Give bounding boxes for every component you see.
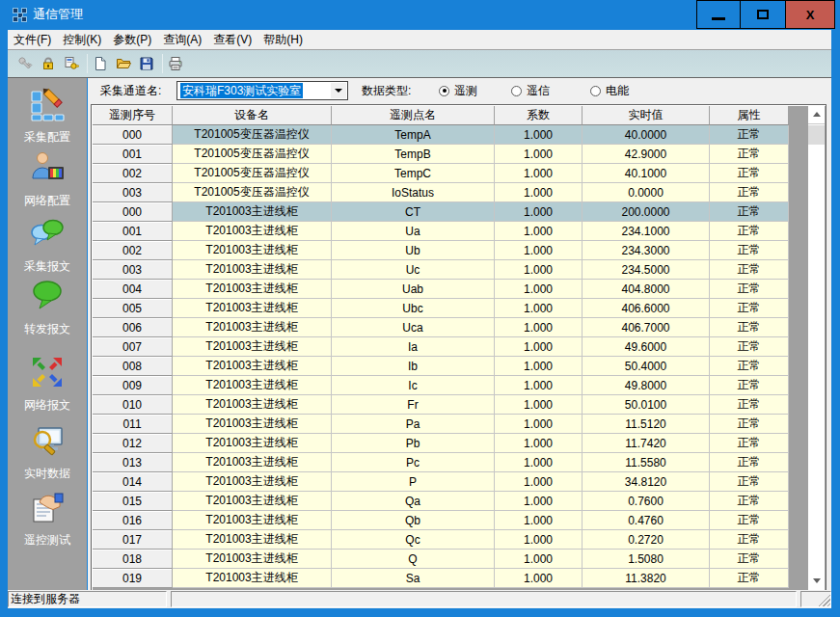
radio-circle[interactable]: [511, 86, 522, 96]
column-header-3[interactable]: 系数: [495, 106, 583, 125]
radio-电能[interactable]: 电能: [590, 78, 629, 103]
sidebar-item-0[interactable]: 采集配置: [8, 87, 87, 146]
cell-0-0: 000: [93, 125, 173, 145]
table-row-22[interactable]: 018T201003主进线柜Q1.0001.5080正常: [93, 550, 826, 569]
table-row-8[interactable]: 004T201003主进线柜Uab1.000404.8000正常: [93, 280, 826, 299]
radio-遥信[interactable]: 遥信: [511, 78, 550, 103]
table-row-17[interactable]: 013T201003主进线柜Pc1.00011.5580正常: [93, 453, 826, 472]
cell-3-4: 0.0000: [583, 183, 710, 202]
table-row-0[interactable]: 000T201005变压器温控仪TempA1.00040.0000正常: [93, 125, 826, 145]
cell-19-4: 0.7600: [583, 492, 710, 511]
menu-item-2[interactable]: 参数(P): [107, 30, 157, 49]
cell-9-0: 005: [93, 299, 173, 318]
print-icon[interactable]: [168, 56, 183, 71]
open-file-icon[interactable]: [116, 56, 131, 71]
table-row-3[interactable]: 003T201005变压器温控仪IoStatus1.0000.0000正常: [93, 183, 826, 202]
table-row-5[interactable]: 001T201003主进线柜Ua1.000234.1000正常: [93, 222, 826, 241]
column-header-1[interactable]: 设备名: [173, 106, 332, 125]
column-header-0[interactable]: 遥测序号: [93, 106, 173, 125]
cell-23-2: Sa: [332, 569, 495, 588]
table-row-10[interactable]: 006T201003主进线柜Uca1.000406.7000正常: [93, 318, 826, 337]
maximize-button[interactable]: [740, 0, 786, 29]
menu-item-5[interactable]: 帮助(H): [257, 30, 309, 49]
cell-3-0: 003: [93, 183, 173, 202]
table-row-21[interactable]: 017T201003主进线柜Qc1.0000.2720正常: [93, 530, 826, 550]
menu-bar: 文件(F)控制(K)参数(P)查询(A)查看(V)帮助(H): [8, 30, 831, 50]
table-row-14[interactable]: 010T201003主进线柜Fr1.00050.0100正常: [93, 395, 826, 415]
menu-item-0[interactable]: 文件(F): [8, 30, 57, 49]
cell-22-1: T201003主进线柜: [173, 550, 332, 569]
lock-icon[interactable]: [41, 56, 56, 71]
cell-1-3: 1.000: [495, 145, 583, 164]
table-row-15[interactable]: 011T201003主进线柜Pa1.00011.5120正常: [93, 415, 826, 434]
sidebar-item-label: 采集配置: [8, 129, 87, 146]
cell-19-2: Qa: [332, 492, 495, 511]
key-icon[interactable]: [17, 56, 33, 71]
cell-22-0: 018: [93, 550, 173, 569]
table-row-2[interactable]: 002T201005变压器温控仪TempC1.00040.1000正常: [93, 164, 826, 183]
channel-combobox[interactable]: 安科瑞F303测试实验室: [176, 81, 348, 100]
minimize-button[interactable]: [696, 0, 741, 29]
table-row-6[interactable]: 002T201003主进线柜Ub1.000234.3000正常: [93, 241, 826, 260]
cell-14-0: 010: [93, 395, 173, 415]
table-row-4[interactable]: 000T201003主进线柜CT1.000200.0000正常: [93, 202, 826, 222]
table-row-18[interactable]: 014T201003主进线柜P1.00034.8120正常: [93, 472, 826, 492]
network-message-icon: [8, 355, 87, 389]
cell-9-1: T201003主进线柜: [173, 299, 332, 318]
toolbar: [8, 50, 831, 78]
close-button[interactable]: X: [785, 0, 835, 29]
sidebar-item-6[interactable]: 遥控测试: [8, 490, 87, 549]
table-row-7[interactable]: 003T201003主进线柜Uc1.000234.5000正常: [93, 260, 826, 280]
radio-遥测[interactable]: 遥测: [439, 78, 477, 103]
combo-dropdown-button[interactable]: [331, 83, 346, 98]
cell-16-1: T201003主进线柜: [173, 434, 332, 453]
capture-message-icon: [8, 216, 87, 251]
cell-4-2: CT: [332, 202, 495, 222]
sidebar-item-4[interactable]: 网络报文: [8, 355, 87, 414]
table-row-9[interactable]: 005T201003主进线柜Ubc1.000406.6000正常: [93, 299, 826, 318]
menu-item-1[interactable]: 控制(K): [57, 30, 107, 49]
cell-4-4: 200.0000: [583, 202, 710, 222]
save-icon[interactable]: [139, 56, 154, 71]
cell-6-5: 正常: [710, 241, 789, 260]
cell-23-5: 正常: [710, 569, 789, 588]
sidebar-item-5[interactable]: 实时数据: [8, 423, 87, 482]
cell-22-5: 正常: [710, 550, 789, 569]
menu-item-4[interactable]: 查看(V): [207, 30, 257, 49]
scroll-up-button[interactable]: [808, 105, 825, 124]
table-row-13[interactable]: 009T201003主进线柜Ic1.00049.8000正常: [93, 376, 826, 395]
permission-icon[interactable]: [64, 56, 79, 71]
column-header-4[interactable]: 实时值: [583, 106, 710, 125]
resize-grip[interactable]: [800, 591, 831, 607]
table-row-19[interactable]: 015T201003主进线柜Qa1.0000.7600正常: [93, 492, 826, 511]
radio-circle[interactable]: [439, 86, 449, 96]
column-header-2[interactable]: 遥测点名: [332, 106, 495, 125]
table-row-16[interactable]: 012T201003主进线柜Pb1.00011.7420正常: [93, 434, 826, 453]
column-header-5[interactable]: 属性: [710, 106, 789, 125]
cell-21-3: 1.000: [495, 530, 583, 550]
scroll-thumb[interactable]: [808, 125, 825, 145]
title-bar: 通信管理 X: [0, 0, 840, 30]
sidebar-item-3[interactable]: 转发报文: [8, 279, 87, 337]
cell-19-3: 1.000: [495, 492, 583, 511]
cell-7-4: 234.5000: [583, 260, 710, 280]
radio-circle[interactable]: [590, 86, 601, 96]
table-row-11[interactable]: 007T201003主进线柜Ia1.00049.6000正常: [93, 337, 826, 357]
table-row-12[interactable]: 008T201003主进线柜Ib1.00050.4000正常: [93, 357, 826, 376]
status-message-panel: 连接到服务器: [8, 591, 167, 607]
scroll-down-button[interactable]: [808, 571, 825, 590]
cell-15-2: Pa: [332, 415, 495, 434]
sidebar-item-2[interactable]: 采集报文: [8, 216, 87, 275]
new-file-icon[interactable]: [93, 56, 108, 71]
sidebar-item-1[interactable]: 网络配置: [8, 150, 87, 209]
cell-20-5: 正常: [710, 511, 789, 530]
table-row-20[interactable]: 016T201003主进线柜Qb1.0000.4760正常: [93, 511, 826, 530]
table-row-1[interactable]: 001T201005变压器温控仪TempB1.00042.9000正常: [93, 145, 826, 164]
cell-16-3: 1.000: [495, 434, 583, 453]
menu-item-3[interactable]: 查询(A): [157, 30, 207, 49]
cell-3-2: IoStatus: [332, 183, 495, 202]
vertical-scrollbar[interactable]: [808, 105, 825, 590]
cell-12-5: 正常: [710, 357, 789, 376]
sidebar: 采集配置网络配置采集报文转发报文网络报文实时数据遥控测试: [8, 78, 87, 590]
table-row-23[interactable]: 019T201003主进线柜Sa1.00011.3820正常: [93, 569, 826, 588]
